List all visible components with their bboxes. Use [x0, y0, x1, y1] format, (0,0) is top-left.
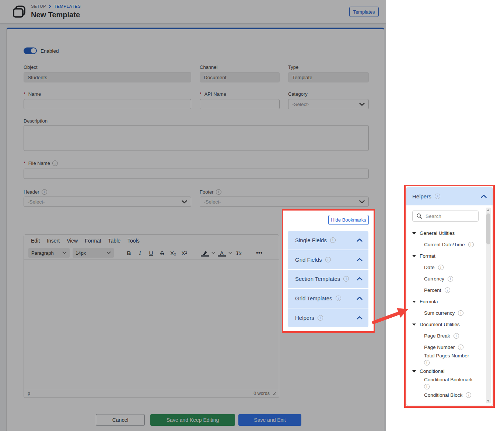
tree-group: Document Utilities Page Break Page Numbe…: [412, 319, 476, 365]
tree-child-item[interactable]: Date: [412, 262, 476, 273]
helpers-search-box[interactable]: Search: [412, 211, 479, 222]
info-icon[interactable]: [448, 276, 453, 282]
info-icon[interactable]: [438, 265, 444, 270]
tree-child-label: Page Number: [424, 345, 455, 350]
tree-parent-item[interactable]: Document Utilities: [412, 319, 476, 330]
helpers-highlight-box: Helpers Search General Utilities Current…: [404, 185, 495, 408]
info-icon[interactable]: [343, 276, 349, 282]
tree-parent-item[interactable]: Conditional: [412, 365, 476, 377]
tree-group: Format Date Currency Percent: [412, 250, 476, 296]
caret-down-icon: [412, 255, 416, 257]
tree-child-item[interactable]: Percent: [412, 285, 476, 296]
tree-parent-label: Document Utilities: [420, 322, 460, 327]
info-icon[interactable]: [435, 194, 440, 199]
tree-child-label: Total Pages Number: [424, 353, 469, 358]
bookmark-section-header[interactable]: Section Templates: [288, 270, 368, 289]
tree-parent-item[interactable]: Formula: [412, 296, 476, 307]
helpers-title: Helpers: [412, 193, 431, 199]
helpers-panel-header[interactable]: Helpers: [406, 187, 493, 205]
screenshot-stage: SETUP TEMPLATES New Template Templates E…: [0, 0, 504, 431]
chevron-up-icon: [357, 297, 363, 300]
info-icon[interactable]: [458, 345, 463, 350]
tree-parent-label: Formula: [420, 299, 438, 304]
tree-child-label: Conditional Block: [424, 392, 462, 398]
bookmark-section-label: Helpers: [295, 315, 314, 321]
scrollbar-down-arrow[interactable]: [487, 400, 490, 402]
tree-child-item[interactable]: Conditional Bookmark: [412, 377, 476, 389]
info-icon[interactable]: [454, 333, 459, 339]
info-icon[interactable]: [336, 296, 341, 301]
info-icon[interactable]: [325, 257, 331, 262]
tree-child-label: Conditional Bookmark: [424, 377, 473, 382]
bookmark-section-label: Single Fields: [295, 237, 327, 243]
tree-child-label: Sum currency: [424, 310, 455, 316]
tree-parent-label: Conditional: [420, 368, 445, 374]
tree-group: Formula Sum currency: [412, 296, 476, 319]
bookmarks-accordion: Single Fields Grid Fields Section Templa…: [288, 231, 368, 327]
tree-children: Date Currency Percent: [412, 262, 476, 296]
tree-child-label: Date: [424, 265, 435, 270]
search-icon: [416, 213, 422, 219]
tree-parent-item[interactable]: Format: [412, 250, 476, 262]
search-placeholder: Search: [426, 213, 441, 219]
tree-children: Page Break Page Number Total Pages Numbe…: [412, 330, 476, 365]
annotation-arrow: [370, 306, 409, 325]
info-icon[interactable]: [330, 237, 336, 243]
helpers-panel-body: Search General Utilities Current Date/Ti…: [406, 205, 493, 406]
info-icon[interactable]: [458, 310, 463, 316]
info-icon[interactable]: [424, 360, 430, 365]
tree-child-item[interactable]: Total Pages Number: [412, 353, 476, 365]
info-icon[interactable]: [466, 392, 471, 398]
tree-child-item[interactable]: Current Date/Time: [412, 239, 476, 250]
bookmark-section-label: Grid Templates: [295, 295, 332, 301]
chevron-up-icon: [357, 258, 363, 261]
tree-child-item[interactable]: Conditional Block: [412, 389, 476, 401]
scrollbar: [486, 208, 491, 403]
bookmark-section-label: Section Templates: [295, 276, 340, 282]
tree-children: Current Date/Time: [412, 239, 476, 250]
tree-parent-label: General Utilities: [420, 230, 455, 236]
bookmarks-highlight-box: Hide Bookmarks Single Fields Grid Fields…: [282, 209, 375, 333]
tree-child-item[interactable]: Page Break: [412, 330, 476, 342]
helpers-panel: Helpers Search General Utilities Current…: [406, 187, 493, 406]
info-icon[interactable]: [445, 287, 450, 293]
tree-child-label: Percent: [424, 287, 441, 293]
hide-bookmarks-button[interactable]: Hide Bookmarks: [328, 215, 369, 225]
caret-down-icon: [412, 301, 416, 303]
tree-child-label: Currency: [424, 276, 444, 282]
caret-down-icon: [412, 324, 416, 326]
info-icon[interactable]: [468, 242, 474, 247]
bookmark-section-header[interactable]: Grid Templates: [288, 289, 368, 308]
tree-parent-item[interactable]: General Utilities: [412, 227, 476, 239]
tree-child-item[interactable]: Sum currency: [412, 307, 476, 319]
tree-child-label: Current Date/Time: [424, 242, 465, 247]
chevron-up-icon: [481, 195, 487, 198]
chevron-up-icon: [357, 316, 363, 319]
tree-group: Conditional Conditional Bookmark Conditi…: [412, 365, 476, 401]
tree-child-item[interactable]: Page Number: [412, 342, 476, 353]
tree-group: General Utilities Current Date/Time: [412, 227, 476, 250]
tree-children: Conditional Bookmark Conditional Block: [412, 377, 476, 401]
tree-child-item[interactable]: Currency: [412, 273, 476, 285]
info-icon[interactable]: [318, 315, 323, 321]
tree-parent-label: Format: [420, 253, 435, 259]
caret-down-icon: [412, 370, 416, 372]
chevron-up-icon: [357, 277, 363, 280]
bookmark-section-header[interactable]: Single Fields: [288, 231, 368, 250]
bookmark-section-header[interactable]: Helpers: [288, 308, 368, 327]
bookmark-section-label: Grid Fields: [295, 257, 322, 263]
tree-children: Sum currency: [412, 307, 476, 319]
app-window: SETUP TEMPLATES New Template Templates E…: [0, 0, 386, 431]
caret-down-icon: [412, 232, 416, 234]
scrollbar-thumb[interactable]: [486, 213, 490, 244]
bookmark-section-header[interactable]: Grid Fields: [288, 250, 368, 269]
helpers-tree: General Utilities Current Date/Time Form…: [412, 227, 476, 401]
scrollbar-up-arrow[interactable]: [487, 209, 490, 211]
tree-child-label: Page Break: [424, 333, 450, 339]
info-icon[interactable]: [424, 384, 430, 389]
chevron-up-icon: [357, 239, 363, 242]
